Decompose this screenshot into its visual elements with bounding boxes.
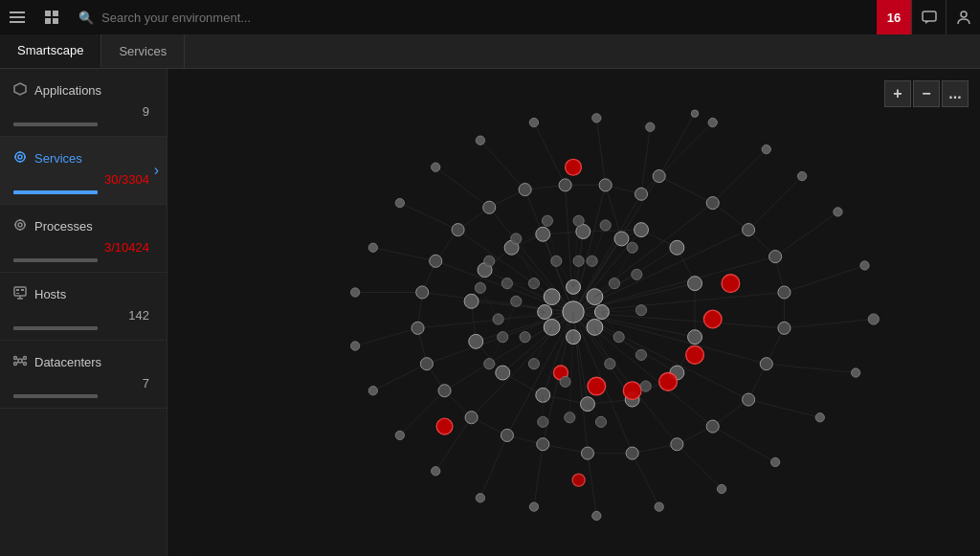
svg-point-153 [762,145,770,153]
hosts-label: Hosts [34,287,66,301]
svg-point-196 [416,286,429,299]
svg-point-220 [566,159,582,175]
processes-count: 3/10424 [13,240,153,255]
svg-rect-1 [10,16,25,18]
svg-rect-0 [10,11,25,13]
svg-point-169 [350,342,359,350]
svg-point-193 [438,385,451,397]
processes-icon [13,218,27,234]
svg-point-202 [599,179,612,191]
tab-services[interactable]: Services [101,34,185,68]
applications-bar [13,122,98,126]
svg-point-218 [536,227,550,241]
svg-point-176 [592,114,601,122]
tab-smartscape[interactable]: Smartscape [0,34,101,68]
search-input[interactable] [101,11,867,25]
svg-point-164 [529,502,538,511]
svg-point-190 [537,438,549,451]
svg-point-188 [626,447,638,459]
svg-point-228 [436,418,453,434]
svg-point-236 [567,330,581,345]
svg-point-257 [542,215,552,226]
svg-point-171 [368,243,377,252]
sidebar-item-services[interactable]: Services 30/3304 › [0,137,167,205]
zoom-out-button[interactable]: − [913,80,940,107]
svg-line-35 [22,359,24,360]
svg-point-225 [623,382,641,400]
svg-point-195 [412,322,424,334]
sidebar-item-processes[interactable]: Processes 3/10424 [0,205,167,273]
svg-point-255 [573,215,584,226]
svg-point-214 [469,334,483,348]
svg-point-260 [484,256,495,266]
svg-point-152 [691,110,698,117]
svg-point-261 [475,282,485,293]
navtabs: Smartscape Services [0,34,980,69]
sidebar-item-hosts[interactable]: Hosts 142 [0,273,167,341]
datacenters-icon [13,354,27,370]
svg-rect-3 [45,11,51,16]
svg-point-33 [24,363,27,366]
svg-point-184 [760,358,772,370]
svg-rect-5 [45,18,51,24]
network-view: + − ... [167,69,980,556]
svg-point-198 [452,224,464,236]
sidebar-item-applications[interactable]: Applications 9 [0,69,167,137]
svg-point-174 [476,136,484,145]
svg-point-170 [350,288,359,297]
svg-point-200 [519,184,531,196]
datacenters-count: 7 [13,376,153,390]
svg-point-249 [560,376,570,387]
svg-point-178 [653,170,665,183]
svg-point-9 [961,11,967,17]
svg-point-181 [769,251,782,263]
svg-point-155 [834,208,842,216]
svg-point-151 [708,118,717,126]
applications-label: Applications [34,83,101,98]
chat-button[interactable] [911,0,946,34]
svg-point-215 [464,294,479,308]
grid-button[interactable] [34,0,69,34]
svg-point-258 [627,242,637,253]
svg-rect-25 [21,289,24,291]
svg-point-226 [588,377,606,395]
svg-point-266 [595,416,606,427]
applications-count: 9 [13,104,153,119]
svg-point-31 [24,357,27,360]
svg-point-204 [670,240,684,255]
svg-rect-7 [923,11,936,21]
svg-point-183 [778,322,791,334]
svg-point-222 [703,310,722,328]
svg-point-179 [706,197,719,210]
svg-point-197 [430,255,442,267]
svg-point-223 [686,346,704,365]
services-bar [13,190,98,194]
svg-line-36 [17,362,19,363]
svg-marker-10 [14,83,26,95]
notification-badge[interactable]: 16 [877,0,911,34]
search-bar: 🔍 [69,11,877,25]
svg-point-11 [15,152,25,162]
svg-point-189 [581,447,593,459]
svg-point-252 [632,269,642,279]
svg-point-221 [722,275,740,293]
svg-rect-26 [16,293,19,294]
svg-point-30 [14,357,17,360]
menu-button[interactable] [0,0,34,34]
svg-point-180 [743,224,755,236]
svg-point-201 [559,179,571,191]
user-button[interactable] [946,0,980,34]
topbar: 🔍 16 [0,0,980,34]
svg-point-167 [395,431,404,439]
svg-rect-24 [16,289,19,291]
svg-point-186 [706,420,719,433]
sidebar-item-datacenters[interactable]: Datacenters 7 [0,341,167,409]
network-graph[interactable] [167,69,980,556]
svg-point-205 [635,223,649,237]
zoom-in-button[interactable]: + [884,80,911,107]
zoom-more-button[interactable]: ... [942,80,969,107]
svg-point-163 [592,511,601,520]
svg-point-173 [432,163,440,171]
svg-point-203 [635,188,647,200]
svg-point-172 [395,198,404,207]
